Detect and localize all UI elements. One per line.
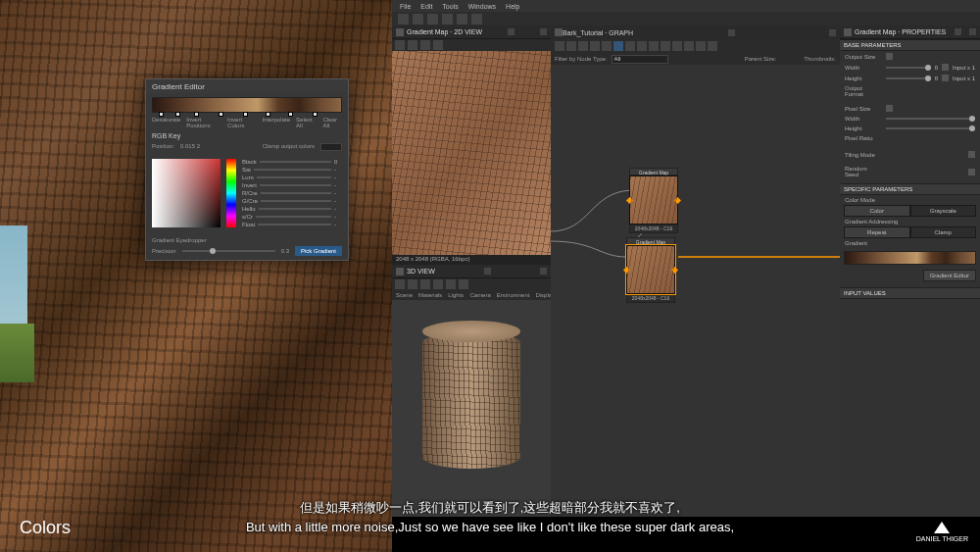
menu-help[interactable]: Help <box>506 3 519 10</box>
menu-camera[interactable]: Camera <box>469 292 490 298</box>
pixel-w-slider[interactable] <box>886 118 975 120</box>
menu-windows[interactable]: Windows <box>468 3 496 10</box>
menu-materials[interactable]: Materials <box>418 292 442 298</box>
width-slider[interactable] <box>886 67 931 69</box>
pin-icon[interactable] <box>396 28 404 36</box>
ch-slider[interactable] <box>257 176 331 178</box>
tool-icon[interactable] <box>420 40 430 50</box>
tool-icon[interactable] <box>420 279 430 289</box>
panel-ctrl-icon[interactable] <box>955 28 961 35</box>
section-base[interactable]: BASE PARAMETERS <box>840 39 980 51</box>
ch-slider[interactable] <box>260 184 331 186</box>
menu-file[interactable]: File <box>400 3 411 10</box>
tool-icon[interactable] <box>433 279 443 289</box>
gradient-stop[interactable] <box>243 112 248 117</box>
action-clear-all[interactable]: Clear All <box>323 117 342 128</box>
tool-icon[interactable] <box>395 279 405 289</box>
action-invert-pos[interactable]: Invert Positions <box>186 117 221 128</box>
gradient-stop[interactable] <box>266 112 270 117</box>
height-slider[interactable] <box>886 77 931 79</box>
tool-icon[interactable] <box>590 41 600 51</box>
panel-close-icon[interactable] <box>540 268 547 275</box>
gradient-stop[interactable] <box>288 112 293 117</box>
menu-tools[interactable]: Tools <box>442 3 458 10</box>
panel-close-icon[interactable] <box>969 28 976 35</box>
tab-grayscale[interactable]: Grayscale <box>910 205 977 217</box>
gradient-preview-bar[interactable] <box>844 251 976 265</box>
gradient-editor-dialog[interactable]: Gradient Editor Desaturate Invert Positi… <box>145 78 349 261</box>
node-gradient-map-1[interactable]: Gradient Map 2048x2048 - C16 <box>629 168 678 233</box>
panel-close-icon[interactable] <box>829 29 836 36</box>
view-2d[interactable] <box>392 39 551 255</box>
tab-clamp[interactable]: Clamp <box>910 226 977 238</box>
ch-slider[interactable] <box>254 169 331 171</box>
tool-icon[interactable] <box>408 279 417 289</box>
color-picker[interactable] <box>152 159 220 227</box>
tool-icon[interactable] <box>637 41 647 51</box>
tool-icon[interactable] <box>555 41 564 51</box>
tool-icon[interactable] <box>408 40 417 50</box>
menu-env[interactable]: Environment <box>497 292 530 298</box>
gradient-stop[interactable] <box>194 112 199 117</box>
tool-icon[interactable] <box>602 41 612 51</box>
tool-icon[interactable] <box>625 41 635 51</box>
gradient-editor-button[interactable]: Gradient Editor <box>923 270 976 281</box>
icon[interactable] <box>942 75 949 81</box>
gradient-stop[interactable] <box>219 112 223 117</box>
tool-icon[interactable] <box>433 40 443 50</box>
panel-header-graph[interactable]: Bark_Tutorial · GRAPH <box>551 25 840 39</box>
icon[interactable] <box>968 169 975 176</box>
ch-slider[interactable] <box>261 200 331 202</box>
tool-icon[interactable] <box>672 41 682 51</box>
ch-slider[interactable] <box>256 216 331 218</box>
menu-scene[interactable]: Scene <box>396 292 413 298</box>
panel-header-2d[interactable]: Gradient Map · 2D VIEW <box>392 25 551 39</box>
node-thumb[interactable] <box>626 245 675 294</box>
panel-close-icon[interactable] <box>540 28 547 35</box>
toolbar-button[interactable] <box>413 14 423 25</box>
panel-header-props[interactable]: Gradient Map · PROPERTIES <box>840 25 980 39</box>
tab-repeat[interactable]: Repeat <box>844 226 910 238</box>
dialog-gradient-bar[interactable] <box>152 97 342 113</box>
tool-icon[interactable] <box>459 279 468 289</box>
tool-icon[interactable] <box>649 41 659 51</box>
gradient-stop[interactable] <box>175 112 180 117</box>
ch-slider[interactable] <box>260 161 331 163</box>
node-thumb[interactable] <box>629 176 678 225</box>
menu-edit[interactable]: Edit <box>420 3 432 10</box>
tool-icon[interactable] <box>684 41 694 51</box>
action-select-all[interactable]: Select All <box>296 117 318 128</box>
gradient-stop[interactable] <box>159 112 164 117</box>
graph-canvas[interactable]: Gradient Map 2048x2048 - C16 Gradient Ma… <box>551 65 840 517</box>
ch-slider[interactable] <box>259 208 331 210</box>
tool-icon[interactable] <box>696 41 706 51</box>
view-3d[interactable]: Scene Materials Lights Camera Environmen… <box>392 278 551 517</box>
hue-slider[interactable] <box>226 159 236 227</box>
pick-gradient-button[interactable]: Pick Gradient <box>295 246 342 256</box>
tab-color[interactable]: Color <box>844 205 910 217</box>
icon[interactable] <box>942 64 949 71</box>
toolbar-button[interactable] <box>457 14 467 25</box>
filter-input[interactable] <box>612 55 668 64</box>
toolbar-button[interactable] <box>427 14 438 25</box>
tool-icon[interactable] <box>578 41 588 51</box>
panel-ctrl-icon[interactable] <box>728 29 735 36</box>
tool-icon[interactable] <box>613 41 623 51</box>
toolbar-button[interactable] <box>442 14 453 25</box>
toolbar-button[interactable] <box>471 14 482 25</box>
panel-ctrl-icon[interactable] <box>508 28 514 35</box>
action-interpolate[interactable]: Interpolate <box>263 117 290 128</box>
material-preview-cylinder[interactable] <box>422 331 520 488</box>
panel-header-3d[interactable]: 3D VIEW <box>392 265 551 278</box>
node-gradient-map-2[interactable]: Gradient Map 2048x2048 - C16 <box>626 237 675 303</box>
lock-icon[interactable] <box>886 105 893 112</box>
toolbar-button[interactable] <box>398 14 409 25</box>
tool-icon[interactable] <box>446 279 456 289</box>
texture-preview-2d[interactable] <box>392 51 551 255</box>
lock-icon[interactable] <box>886 53 893 60</box>
pin-icon[interactable] <box>396 268 404 276</box>
clamp-field[interactable] <box>320 143 342 151</box>
pin-icon[interactable] <box>555 28 563 36</box>
gradient-stop[interactable] <box>313 112 318 117</box>
action-invert-colors[interactable]: Invert Colors <box>227 117 257 128</box>
